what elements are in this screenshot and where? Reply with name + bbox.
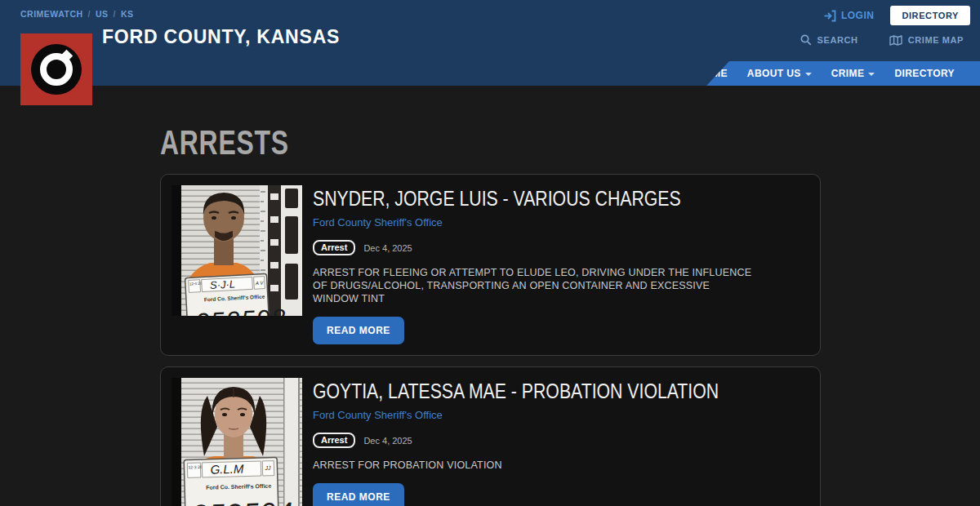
breadcrumb-us[interactable]: US bbox=[96, 9, 109, 19]
login-label: LOGIN bbox=[841, 10, 875, 21]
page-title: FORD COUNTY, KANSAS bbox=[102, 26, 340, 48]
login-button[interactable]: LOGIN bbox=[823, 10, 875, 22]
nav-item-home[interactable]: HOME bbox=[697, 68, 728, 79]
login-icon bbox=[823, 10, 836, 22]
svg-text:S·J·L: S·J·L bbox=[210, 277, 236, 291]
nav-item-crime[interactable]: CRIME bbox=[831, 68, 875, 79]
breadcrumb-separator: / bbox=[88, 9, 91, 19]
header-utility-row-2: SEARCH CRIME MAP bbox=[800, 34, 964, 46]
meta-row: Arrest Dec 4, 2025 bbox=[313, 433, 809, 448]
arrest-title[interactable]: SNYDER, JORGE LUIS - VARIOUS CHARGES bbox=[313, 187, 735, 211]
arrest-card-body: SNYDER, JORGE LUIS - VARIOUS CHARGES For… bbox=[313, 185, 809, 344]
svg-text:G.L.M: G.L.M bbox=[210, 462, 244, 477]
search-label: SEARCH bbox=[817, 35, 858, 45]
nav-label: DIRECTORY bbox=[894, 68, 955, 79]
meta-row: Arrest Dec 4, 2025 bbox=[313, 240, 809, 255]
logo-lens-icon bbox=[31, 44, 82, 95]
agency-link[interactable]: Ford County Sheriff's Office bbox=[313, 216, 443, 229]
arrests-heading: ARRESTS bbox=[160, 123, 783, 162]
mugshot-photo-goytia[interactable]: 12-3 2025 G.L.M JJ Ford Co. Sheriff's Of… bbox=[172, 378, 302, 506]
nav-label: HOME bbox=[697, 68, 728, 79]
nav-item-directory[interactable]: DIRECTORY bbox=[894, 68, 955, 79]
svg-text:JJ: JJ bbox=[264, 465, 271, 471]
arrest-description: ARREST FOR FLEEING OR ATTEMPT TO ELUDE L… bbox=[313, 266, 758, 305]
breadcrumb-crimewatch[interactable]: CRIMEWATCH bbox=[20, 9, 83, 19]
map-icon bbox=[889, 35, 902, 46]
nav-label: ABOUT US bbox=[747, 68, 801, 79]
header-utility-row: LOGIN DIRECTORY bbox=[823, 6, 970, 25]
main-content: ARRESTS bbox=[0, 123, 980, 506]
site-header: CRIMEWATCH / US / KS FORD COUNTY, KANSAS… bbox=[0, 0, 980, 86]
crime-map-link[interactable]: CRIME MAP bbox=[889, 35, 964, 46]
arrest-card: 12-4 2025 S·J·L A V Ford Co. Sheriff's O… bbox=[160, 174, 821, 356]
nav-label: CRIME bbox=[831, 68, 865, 79]
breadcrumb-separator: / bbox=[114, 9, 116, 19]
nav-item-about-us[interactable]: ABOUT US bbox=[747, 68, 812, 79]
breadcrumb: CRIMEWATCH / US / KS bbox=[20, 9, 134, 19]
read-more-button[interactable]: READ MORE bbox=[313, 483, 404, 506]
breadcrumb-ks[interactable]: KS bbox=[121, 9, 134, 19]
arrest-title[interactable]: GOYTIA, LATESSA MAE - PROBATION VIOLATIO… bbox=[313, 380, 735, 403]
arrest-badge: Arrest bbox=[313, 240, 355, 255]
arrest-date: Dec 4, 2025 bbox=[363, 436, 412, 446]
arrest-date: Dec 4, 2025 bbox=[363, 243, 412, 253]
chevron-down-icon bbox=[805, 73, 812, 76]
svg-text:A V: A V bbox=[255, 281, 265, 286]
main-navigation: HOME ABOUT US CRIME DIRECTORY bbox=[706, 61, 980, 86]
crime-map-label: CRIME MAP bbox=[908, 35, 964, 45]
crimewatch-logo[interactable] bbox=[20, 33, 92, 105]
arrest-badge: Arrest bbox=[313, 433, 355, 448]
read-more-button[interactable]: READ MORE bbox=[313, 317, 404, 344]
arrest-card-body: GOYTIA, LATESSA MAE - PROBATION VIOLATIO… bbox=[313, 378, 809, 506]
arrest-description: ARREST FOR PROBATION VIOLATION bbox=[313, 459, 758, 472]
directory-button[interactable]: DIRECTORY bbox=[890, 6, 970, 25]
search-link[interactable]: SEARCH bbox=[800, 34, 858, 46]
search-icon bbox=[800, 34, 812, 46]
mugshot-photo-snyder[interactable]: 12-4 2025 S·J·L A V Ford Co. Sheriff's O… bbox=[172, 185, 302, 316]
arrest-card: 12-3 2025 G.L.M JJ Ford Co. Sheriff's Of… bbox=[160, 366, 821, 506]
chevron-down-icon bbox=[868, 73, 875, 76]
agency-link[interactable]: Ford County Sheriff's Office bbox=[313, 409, 443, 421]
